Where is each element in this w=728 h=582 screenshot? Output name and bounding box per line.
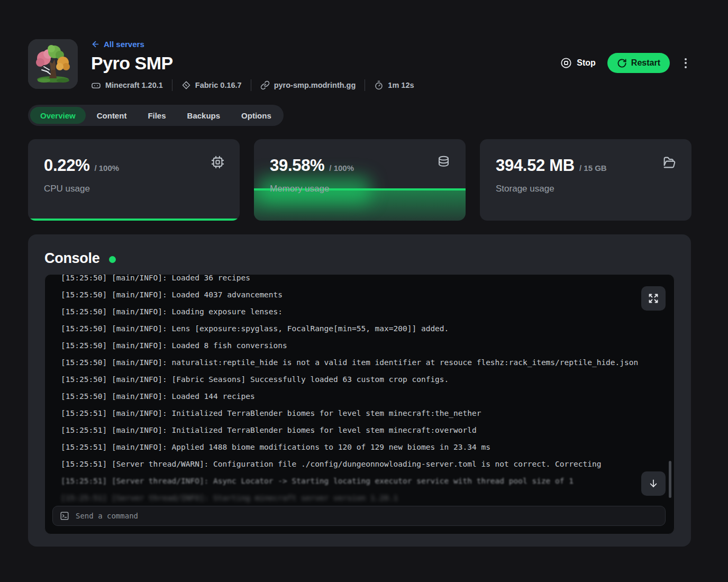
server-avatar — [28, 39, 78, 89]
back-link-label: All servers — [104, 40, 144, 48]
restart-button-label: Restart — [631, 58, 660, 68]
header-actions: Stop Restart — [560, 53, 690, 73]
meta-label: Minecraft 1.20.1 — [105, 81, 163, 89]
stop-button-label: Stop — [577, 58, 596, 68]
cpu-icon — [211, 155, 225, 169]
expand-icon — [648, 293, 659, 304]
stop-button[interactable]: Stop — [560, 57, 596, 69]
tab-content[interactable]: Content — [87, 107, 137, 124]
meta-server-address[interactable]: pyro-smp.modrinth.gg — [260, 80, 356, 90]
console-log-line: [15:25:51] [Server thread/INFO]: Startin… — [61, 489, 663, 506]
command-bar — [52, 506, 666, 526]
console-log-line: [15:25:51] [Server thread/INFO]: Async L… — [61, 472, 663, 489]
console-title: Console — [44, 250, 99, 267]
meta-loader: Fabric 0.16.7 — [181, 80, 242, 90]
console-log-line: [15:25:51] [Server thread/WARN]: Configu… — [61, 456, 663, 472]
back-to-all-servers-link[interactable]: All servers — [91, 40, 414, 49]
server-meta-row: Minecraft 1.20.1 Fabric 0.16.7 pyro-smp.… — [91, 79, 414, 91]
meta-separator — [251, 79, 251, 91]
kebab-menu-icon[interactable] — [681, 55, 690, 71]
stop-circle-icon — [560, 57, 572, 69]
arrow-down-icon — [648, 478, 659, 489]
console-log-line: [15:25:50] [main/INFO]: Loading exposure… — [61, 303, 663, 320]
server-header: All servers Pyro SMP Minecraft 1.20.1 Fa… — [28, 39, 414, 91]
link-icon — [260, 80, 270, 90]
console-log-area: [15:25:50] [main/INFO]: Loaded 36 recipe… — [45, 275, 663, 506]
storage-usage-value: 394.52 MB — [496, 156, 575, 175]
restart-icon — [617, 58, 627, 68]
memory-usage-card: 39.58% / 100% Memory usage — [254, 139, 466, 221]
console-terminal[interactable]: [15:25:50] [main/INFO]: Loaded 36 recipe… — [44, 274, 675, 534]
console-log-line: [15:25:50] [main/INFO]: Loaded 36 recipe… — [61, 275, 663, 286]
console-log-line: [15:25:50] [main/INFO]: Loaded 144 recip… — [61, 388, 663, 405]
tab-options[interactable]: Options — [231, 107, 281, 124]
meta-separator — [365, 79, 365, 91]
console-section: Console [15:25:50] [main/INFO]: Loaded 3… — [28, 234, 691, 547]
storage-usage-label: Storage usage — [496, 184, 676, 194]
four-season-tree-art — [28, 39, 78, 89]
console-scrollbar-thumb[interactable] — [669, 461, 671, 498]
console-log-line: [15:25:50] [main/INFO]: Loaded 8 fish co… — [61, 337, 663, 354]
console-log-line: [15:25:50] [main/INFO]: naturalist:repti… — [61, 354, 663, 371]
cpu-usage-total: / 100% — [94, 163, 119, 172]
cpu-usage-card: 0.22% / 100% CPU usage — [28, 139, 240, 221]
stats-row: 0.22% / 100% CPU usage 39.58% / 100% Mem… — [28, 139, 691, 221]
folder-open-icon — [662, 155, 677, 170]
meta-label: Fabric 0.16.7 — [195, 81, 242, 89]
meta-separator — [172, 79, 172, 91]
memory-usage-value: 39.58% — [270, 156, 324, 175]
console-log-line: [15:25:50] [main/INFO]: [Fabric Seasons]… — [61, 371, 663, 388]
command-input[interactable] — [76, 512, 658, 520]
restart-button[interactable]: Restart — [607, 53, 670, 73]
timer-icon — [374, 80, 384, 90]
server-overview-page: All servers Pyro SMP Minecraft 1.20.1 Fa… — [0, 0, 728, 582]
server-heading: All servers Pyro SMP Minecraft 1.20.1 Fa… — [91, 39, 414, 91]
console-log-line: [15:25:51] [main/INFO]: Applied 1488 bio… — [61, 439, 663, 456]
tab-files[interactable]: Files — [138, 107, 176, 124]
meta-uptime: 1m 12s — [374, 80, 414, 90]
cpu-usage-value: 0.22% — [44, 156, 89, 175]
cpu-usage-fill — [28, 219, 240, 221]
page-title: Pyro SMP — [91, 53, 414, 73]
storage-usage-card: 394.52 MB / 15 GB Storage usage — [480, 139, 691, 221]
gamepad-icon — [91, 80, 101, 90]
database-icon — [436, 155, 451, 169]
storage-usage-total: / 15 GB — [579, 163, 607, 172]
meta-game-version: Minecraft 1.20.1 — [91, 80, 163, 90]
console-header: Console — [44, 250, 675, 267]
meta-label: 1m 12s — [388, 81, 414, 89]
console-log-line: [15:25:50] [main/INFO]: Lens [exposure:s… — [61, 320, 663, 337]
server-online-status-dot — [109, 256, 116, 263]
cpu-usage-label: CPU usage — [44, 184, 224, 194]
console-log-line: [15:25:50] [main/INFO]: Loaded 4037 adva… — [61, 286, 663, 303]
memory-usage-label: Memory usage — [270, 184, 450, 194]
console-log-line: [15:25:51] [main/INFO]: Initialized Terr… — [61, 405, 663, 422]
meta-label: pyro-smp.modrinth.gg — [274, 81, 356, 89]
memory-usage-total: / 100% — [329, 163, 354, 172]
scroll-to-bottom-button[interactable] — [641, 471, 666, 496]
fabric-loader-icon — [181, 80, 191, 90]
tab-bar: OverviewContentFilesBackupsOptions — [28, 105, 284, 126]
tab-overview[interactable]: Overview — [30, 107, 86, 124]
arrow-left-icon — [91, 40, 100, 49]
console-log-line: [15:25:51] [main/INFO]: Initialized Terr… — [61, 422, 663, 439]
tab-backups[interactable]: Backups — [177, 107, 231, 124]
terminal-prompt-icon — [60, 511, 69, 521]
expand-console-button[interactable] — [641, 286, 666, 311]
